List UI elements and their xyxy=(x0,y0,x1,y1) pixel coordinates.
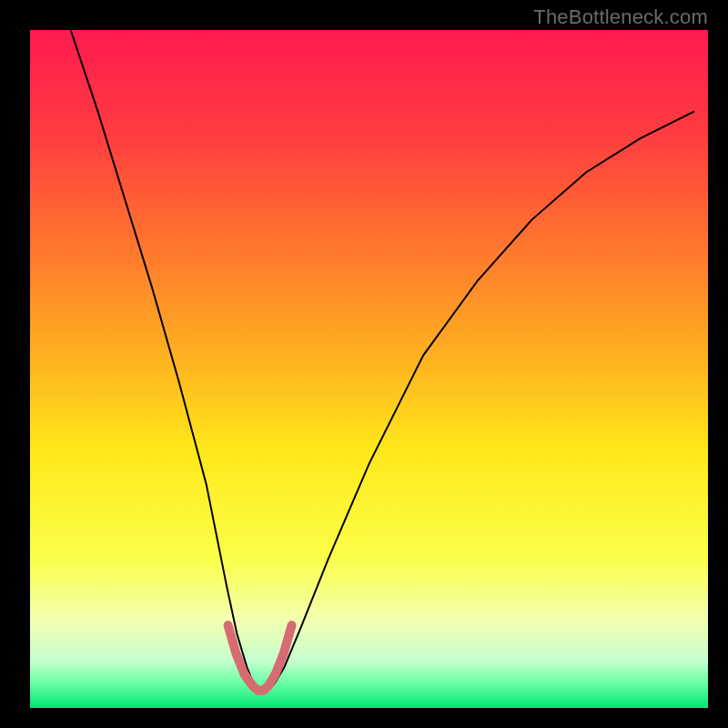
chart-svg xyxy=(0,0,728,728)
outer-frame: TheBottleneck.com xyxy=(0,0,728,728)
plot-area xyxy=(30,30,708,708)
